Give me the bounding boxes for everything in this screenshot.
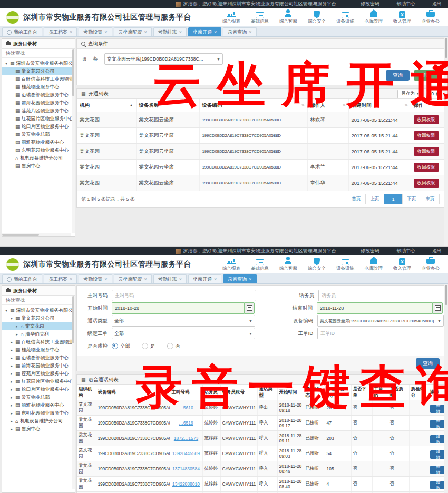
- column-header[interactable]: 开始时间: [277, 385, 304, 400]
- page-button-上页[interactable]: 上页: [365, 194, 384, 204]
- sidebar-horizontal-scrollbar[interactable]: [2, 233, 71, 236]
- device-code-select[interactable]: 棠文花园云坐席[199CD0B0D2A819C7338C7CD905A0588D…: [317, 315, 444, 327]
- sort-icon[interactable]: ⇅: [343, 103, 346, 107]
- column-header[interactable]: 操作人⇅: [307, 99, 348, 112]
- tab-录音查询[interactable]: 录音查询×: [223, 274, 256, 283]
- tree-item[interactable]: ▦蛇口片区物业服务中心: [2, 123, 75, 131]
- quick-find-input[interactable]: 快速查找: [2, 296, 75, 305]
- tab-云坐席配置[interactable]: 云坐席配置×: [114, 274, 152, 283]
- column-header[interactable]: 接听状态: [304, 385, 325, 400]
- qc-radio-是[interactable]: 是: [142, 343, 155, 350]
- revoke-permission-button[interactable]: 收回权限: [414, 131, 439, 140]
- nav-item-shield[interactable]: 综合安全: [303, 9, 331, 26]
- call-type-select[interactable]: 全部▼: [112, 315, 255, 327]
- close-icon[interactable]: ×: [249, 277, 251, 282]
- revoke-permission-button[interactable]: 收回权限: [414, 163, 439, 172]
- save-as-button[interactable]: 另存为▼: [397, 90, 423, 98]
- change-password-link[interactable]: 修改密码: [352, 248, 388, 254]
- nav-item-chart[interactable]: 综合报表: [217, 8, 246, 26]
- tree-item[interactable]: ▤售房中心: [2, 162, 75, 170]
- tree-expander-icon[interactable]: ▸: [9, 364, 14, 368]
- close-icon[interactable]: ×: [104, 277, 107, 282]
- sidebar-vertical-scrollbar[interactable]: [72, 296, 75, 489]
- agent-input[interactable]: [318, 290, 446, 301]
- revoke-permission-button[interactable]: 收回权限: [414, 179, 439, 188]
- calendar-button[interactable]: [432, 302, 443, 314]
- tab-考勤设置[interactable]: 考勤设置×: [79, 27, 112, 36]
- tree-item[interactable]: ▦百旺信高科技工业园物业服务中心: [2, 75, 75, 83]
- nav-item-customer-service[interactable]: 综合客服: [274, 8, 303, 26]
- caller-number-link[interactable]: 13928445589: [172, 451, 201, 456]
- caller-number-link[interactable]: 13422888010: [172, 481, 201, 487]
- column-header[interactable]: 质检评分: [409, 385, 428, 400]
- tab-考勤排班[interactable]: 考勤排班×: [153, 274, 187, 283]
- column-header[interactable]: 是否质检: [388, 385, 409, 400]
- column-header[interactable]: 创建时间⇅: [348, 99, 411, 112]
- column-header[interactable]: 话务员: [202, 385, 220, 400]
- close-icon[interactable]: ×: [70, 277, 72, 282]
- page-button-下页[interactable]: 下页: [402, 194, 421, 204]
- nav-item-chart[interactable]: 综合报表: [217, 255, 246, 273]
- column-header[interactable]: 设备编码: [96, 385, 170, 400]
- tree-expander-icon[interactable]: ▸: [9, 427, 14, 431]
- sidebar-vertical-scrollbar[interactable]: [72, 49, 75, 233]
- column-header[interactable]: 话务员账号: [220, 385, 257, 400]
- column-header[interactable]: 通话类型: [257, 385, 277, 400]
- logout-link[interactable]: 退出: [424, 1, 444, 7]
- tree-expander-icon[interactable]: ▸: [9, 348, 14, 352]
- nav-item-shield[interactable]: 综合安全: [303, 257, 331, 273]
- nav-item-income[interactable]: ¥收入管理: [388, 257, 416, 273]
- column-header[interactable]: 通话时长(S): [325, 385, 351, 400]
- tree-expander-icon[interactable]: ▸: [9, 380, 14, 384]
- revoke-permission-button[interactable]: 收回权限: [414, 115, 439, 124]
- tree-item[interactable]: ▦常安物业总部: [2, 131, 75, 139]
- logout-link[interactable]: 退出: [424, 248, 444, 254]
- tree-item[interactable]: ▸▦前海花园物业服务中心: [2, 362, 75, 370]
- nav-item-office[interactable]: 企业办公: [416, 255, 445, 273]
- tree-item[interactable]: ▸▤东明花园物业服务中心: [2, 409, 75, 417]
- tree-item[interactable]: ▸▦红花园片区物业服务中心: [2, 378, 75, 386]
- caller-number-input[interactable]: [112, 290, 256, 301]
- caller-number-link[interactable]: 1872…1573: [172, 436, 201, 441]
- caller-number-link[interactable]: …5610: [172, 405, 201, 410]
- tree-item[interactable]: ▸▤售房中心: [2, 425, 75, 433]
- start-date-input[interactable]: [112, 302, 244, 314]
- tree-item[interactable]: ▸▦迈瑞总部物业服务中心: [2, 354, 75, 362]
- qc-radio-全部[interactable]: 全部: [112, 343, 130, 350]
- nav-item-customer-service[interactable]: 综合客服: [274, 255, 303, 273]
- nav-item-warehouse[interactable]: 仓库管理: [359, 8, 388, 26]
- page-button-1[interactable]: 1: [384, 194, 403, 204]
- column-header[interactable]: 组织机构: [77, 385, 96, 400]
- tree-item[interactable]: ▸⌂机电设备维护分公司: [2, 417, 75, 425]
- tab-云坐席配置[interactable]: 云坐席配置×: [114, 27, 152, 36]
- column-header[interactable]: 工单ID: [372, 385, 388, 400]
- column-header[interactable]: 主叫号码: [170, 385, 202, 400]
- column-header[interactable]: 机构▲: [77, 99, 136, 112]
- tab-考勤排班[interactable]: 考勤排班×: [153, 27, 187, 36]
- close-icon[interactable]: ×: [144, 277, 147, 282]
- tree-expander-icon[interactable]: ▸: [9, 340, 14, 344]
- tab-员工档案[interactable]: 员工档案×: [44, 27, 77, 36]
- workorder-id-input[interactable]: [317, 328, 445, 339]
- tab-坐席开通[interactable]: 坐席开通×: [188, 274, 221, 283]
- tab-员工档案[interactable]: 员工档案×: [44, 274, 77, 283]
- tree-expander-icon[interactable]: ▸: [9, 419, 14, 423]
- tree-expander-icon[interactable]: ▾: [4, 62, 8, 66]
- column-header[interactable]: 设备名称⇅: [136, 99, 199, 112]
- close-icon[interactable]: ×: [179, 277, 182, 282]
- revoke-permission-button[interactable]: 收回权限: [414, 147, 439, 156]
- qc-radio-否[interactable]: 否: [167, 343, 181, 350]
- tree-expander-icon[interactable]: ▸: [9, 411, 14, 416]
- help-center-link[interactable]: 帮助中心: [388, 248, 424, 254]
- close-icon[interactable]: ×: [214, 277, 217, 282]
- tree-expander-icon[interactable]: ▸: [9, 396, 14, 400]
- device-select[interactable]: 棠文花园云坐席[199CD0B0D2A819C7338C... ▼: [104, 53, 223, 65]
- tab-录音查询[interactable]: 录音查询×: [223, 27, 256, 36]
- page-button-首页[interactable]: 首页: [347, 194, 366, 204]
- close-icon[interactable]: ×: [104, 29, 107, 35]
- tree-item[interactable]: ▸▤丽雅苑物业服务中心: [2, 401, 75, 409]
- column-header[interactable]: 设备编码⇅: [199, 99, 307, 112]
- tree-item[interactable]: ⌂机电设备维护分公司: [2, 154, 75, 162]
- tree-expander-icon[interactable]: ▸: [15, 332, 19, 337]
- nav-item-device[interactable]: 设备设施: [331, 258, 359, 273]
